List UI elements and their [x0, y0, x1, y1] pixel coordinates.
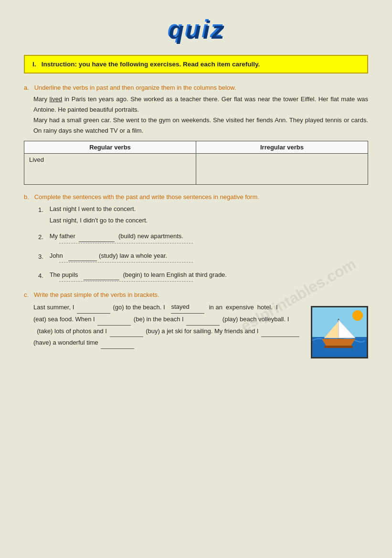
item-1-content: Last night I went to the concert. Last n…	[50, 203, 368, 226]
svg-marker-5	[324, 321, 339, 338]
section-b-letter: b.	[24, 193, 29, 200]
blank-go[interactable]	[77, 313, 110, 314]
col-regular-verbs: Regular verbs	[24, 141, 196, 154]
item-2-negative-line	[59, 243, 193, 243]
sailboat-svg	[312, 314, 365, 357]
item-4-content: The pupils (begin) to learn English at t…	[50, 269, 368, 284]
sailboat-image	[311, 306, 368, 358]
section-a: a. Underline the verbs in past and then …	[24, 84, 368, 185]
section-a-letter: a.	[24, 84, 29, 91]
section-a-instruction: Underline the verbs in past and then org…	[34, 84, 236, 91]
page-container: quiz I. Instruction: you have the follow…	[24, 14, 368, 349]
section-c-label: c. Write the past simple of the verbs in…	[24, 291, 368, 298]
section-b-list: 1. Last night I went to the concert. Las…	[38, 203, 368, 284]
sailboat-image-container	[311, 306, 368, 358]
exercise-item-4: 4. The pupils (begin) to learn English a…	[38, 269, 368, 284]
instruction-text: Instruction: you have the following exer…	[42, 61, 260, 68]
blank-stayed[interactable]: stayed	[171, 301, 204, 314]
section-c-letter: c.	[24, 291, 29, 298]
section-b-label: b. Complete the sentences with the past …	[24, 193, 368, 200]
exercise-item-3: 3. John (study) law a whole year.	[38, 250, 368, 264]
instruction-box: I. Instruction: you have the following e…	[24, 55, 368, 74]
item-3-blank[interactable]	[68, 261, 97, 261]
item-2-content: My father (build) new apartments.	[50, 231, 368, 245]
table-row: Lived	[24, 154, 368, 185]
blank-be[interactable]	[97, 325, 131, 326]
item-4-negative-line	[59, 281, 193, 282]
quiz-title: quiz	[168, 14, 225, 43]
svg-marker-1	[322, 339, 355, 347]
item-3-negative-line	[59, 262, 193, 263]
page-title-section: quiz	[24, 14, 368, 43]
col-irregular-verbs: Irregular verbs	[196, 141, 368, 154]
item-1-num: 1.	[38, 203, 48, 215]
verbs-table: Regular verbs Irregular verbs Lived	[24, 141, 368, 185]
exercise-item-2: 2. My father (build) new apartments.	[38, 231, 368, 245]
instruction-label: I.	[32, 61, 36, 68]
blank-play[interactable]	[186, 325, 220, 326]
svg-rect-2	[324, 346, 353, 348]
section-a-label: a. Underline the verbs in past and then …	[24, 84, 368, 91]
item-1-negative: Last night, I didn't go to the concert.	[50, 217, 148, 224]
section-a-passage: Mary lived in Paris ten years ago. She w…	[33, 94, 368, 136]
item-2-blank[interactable]	[79, 242, 115, 242]
section-c: c. Write the past simple of the verbs in…	[24, 291, 368, 349]
blank-have2[interactable]	[261, 337, 299, 337]
section-c-instruction: Write the past simple of the verbs in br…	[34, 291, 159, 298]
blank-buy[interactable]	[110, 337, 143, 337]
section-b-instruction: Complete the sentences with the past and…	[34, 193, 259, 200]
item-4-num: 4.	[38, 269, 48, 281]
svg-marker-4	[339, 320, 355, 338]
exercise-item-1: 1. Last night I went to the concert. Las…	[38, 203, 368, 226]
item-3-content: John (study) law a whole year.	[50, 250, 368, 264]
irregular-verbs-cell	[196, 154, 368, 185]
item-2-num: 2.	[38, 231, 48, 242]
regular-verbs-cell: Lived	[24, 154, 196, 185]
section-b: b. Complete the sentences with the past …	[24, 193, 368, 284]
blank-final[interactable]	[101, 348, 134, 349]
item-4-blank[interactable]	[84, 280, 119, 280]
verb-lived: lived	[50, 95, 63, 103]
item-3-num: 3.	[38, 250, 48, 262]
